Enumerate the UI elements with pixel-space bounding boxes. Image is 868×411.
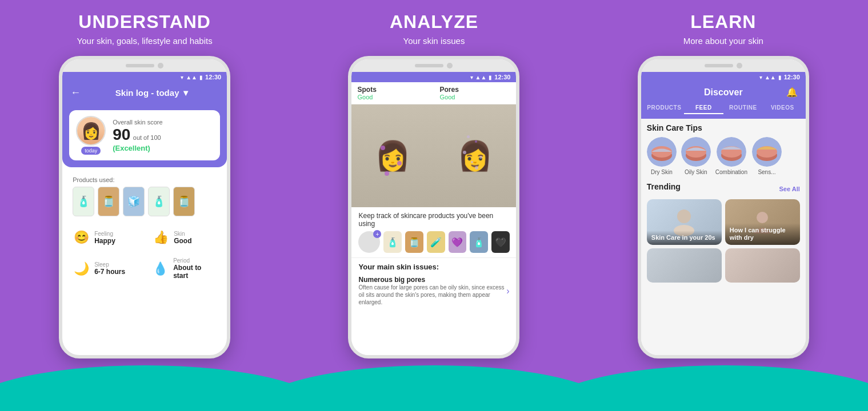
svg-point-1 (289, 365, 578, 411)
pores-label: Pores Good (434, 82, 516, 104)
sensitive-icon (752, 137, 782, 167)
bell-icon[interactable]: 🔔 (786, 87, 798, 98)
today-badge: today (81, 147, 101, 155)
learn-status-bar: ▾ ▲▲ ▮ 12:30 (641, 72, 806, 82)
tip-sensitive[interactable]: Sens... (752, 137, 782, 175)
dry-skin-icon (647, 137, 677, 167)
analyze-wifi-icon: ▾ (470, 74, 473, 80)
sleep-label: Sleep (94, 261, 125, 268)
track-product-5[interactable]: 🧴 (470, 231, 488, 253)
tip-combination[interactable]: Combination (715, 137, 747, 175)
teal-arch-understand (0, 365, 289, 411)
tab-routine[interactable]: ROUTINE (723, 102, 763, 114)
tip-oily-skin[interactable]: Oily Skin (681, 137, 711, 175)
analyze-title: ANALYZE (390, 11, 478, 33)
trending-card-1[interactable]: Skin Care in your 20s (647, 199, 722, 245)
product-3[interactable]: 🧊 (123, 187, 145, 216)
track-product-3[interactable]: 🧪 (427, 231, 445, 253)
score-text: Overall skin score 90 out of 100 (Excell… (113, 119, 213, 152)
learn-battery-icon: ▮ (778, 74, 782, 80)
svg-point-14 (677, 209, 691, 223)
oily-skin-icon (681, 137, 711, 167)
skin-care-tips-heading: Skin Care Tips (647, 123, 800, 132)
track-product-1[interactable]: 🧴 (383, 231, 402, 253)
signal-icon: ▲▲ (186, 74, 197, 80)
analyze-signal-icon: ▲▲ (475, 74, 487, 80)
understand-subtitle: Your skin, goals, lifestyle and habits (77, 36, 213, 46)
plus-icon: + (373, 230, 381, 238)
status-bar: ▾ ▲▲ ▮ 12:30 (62, 72, 227, 82)
product-1[interactable]: 🧴 (73, 187, 94, 216)
card-1-title: Skin Care in your 20s (651, 234, 717, 241)
products-section: Products used: 🧴 🫙 🧊 🧴 🫙 (67, 172, 222, 221)
header-title: Skin log - today ▼ (86, 88, 219, 98)
score-outof: out of 100 (133, 134, 161, 141)
learn-content-area: Skin Care Tips Dry Skin (641, 119, 806, 358)
analyze-phone: ▾ ▲▲ ▮ 12:30 Spots Good Pores Good 👩 (348, 56, 519, 358)
battery-icon: ▮ (199, 74, 203, 80)
issue-name: Numerous big pores (358, 276, 506, 284)
learn-subtitle: More about your skin (683, 36, 763, 46)
tab-videos[interactable]: VIDEOS (763, 102, 802, 114)
learn-time: 12:30 (784, 74, 800, 80)
trending-card-4[interactable] (725, 248, 800, 283)
track-products-row: + 🧴 🫙 🧪 💜 🧴 🖤 (358, 231, 509, 253)
add-product-button[interactable]: + (358, 231, 380, 253)
skin-log-card: 👩 today Overall skin score 90 out of 100… (62, 103, 227, 167)
product-4[interactable]: 🧴 (148, 187, 170, 216)
skin-tips-row: Dry Skin Oily Skin (647, 137, 800, 175)
issue-chevron-icon[interactable]: › (506, 286, 509, 296)
svg-point-17 (579, 365, 868, 411)
stat-sleep: 🌙 Sleep 6-7 hours (67, 253, 143, 284)
stat-feeling: 😊 Feeling Happy (67, 225, 143, 249)
trending-card-3[interactable] (647, 248, 722, 283)
face-spots: 👩 (351, 104, 434, 207)
product-5[interactable]: 🫙 (173, 187, 195, 216)
oily-skin-label: Oily Skin (685, 169, 707, 175)
track-product-2[interactable]: 🫙 (405, 231, 423, 253)
card-2-title: How I can struggle with dry (730, 227, 795, 241)
combination-icon (717, 137, 746, 167)
period-value: About to start (173, 264, 217, 280)
period-label: Period (173, 257, 217, 264)
dry-skin-label: Dry Skin (651, 169, 673, 175)
issue-desc: Often cause for large pores can be oily … (358, 284, 506, 306)
tab-feed[interactable]: FEED (684, 102, 723, 114)
track-product-4[interactable]: 💜 (449, 231, 467, 253)
learn-notch (641, 59, 806, 72)
trending-bottom-row (647, 248, 800, 283)
avatar: 👩 (76, 116, 106, 146)
feeling-label: Feeling (94, 231, 115, 237)
sensitive-label: Sens... (758, 169, 775, 175)
status-time: 12:30 (205, 74, 221, 80)
tab-products[interactable]: PRODUCTS (645, 102, 684, 114)
feeling-icon: 😊 (73, 230, 90, 245)
wifi-icon: ▾ (181, 74, 183, 80)
trending-header: Trending See All (647, 182, 800, 196)
analyze-notch (351, 59, 516, 72)
analyze-subtitle: Your skin issues (403, 36, 465, 46)
combination-label: Combination (715, 169, 747, 175)
skin-icon: 👍 (152, 230, 169, 245)
score-rating: (Excellent) (113, 144, 213, 152)
analyze-camera (447, 63, 453, 68)
tip-dry-skin[interactable]: Dry Skin (647, 137, 677, 175)
analyze-panel: ANALYZE Your skin issues ▾ ▲▲ ▮ 12:30 Sp… (289, 0, 578, 411)
sleep-icon: 🌙 (73, 261, 90, 276)
back-button[interactable]: ← (70, 87, 81, 99)
learn-speaker (705, 64, 733, 67)
stats-grid: 😊 Feeling Happy 👍 Skin Good 🌙 Sleep 6-7 … (67, 225, 222, 284)
issues-section: Your main skin issues: Numerous big pore… (351, 258, 516, 313)
stat-period: 💧 Period About to start (146, 253, 222, 284)
see-all-button[interactable]: See All (779, 186, 800, 192)
phone-speaker (126, 64, 154, 67)
period-icon: 💧 (152, 261, 169, 276)
track-product-6[interactable]: 🖤 (491, 231, 510, 253)
learn-wifi-icon: ▾ (759, 74, 762, 80)
card-2-overlay: How I can struggle with dry (725, 223, 800, 245)
trending-grid: Skin Care in your 20s How I can struggle… (647, 199, 800, 245)
trending-card-2[interactable]: How I can struggle with dry (725, 199, 800, 245)
face-analysis-row: 👩 👩 (351, 104, 516, 207)
feeling-value: Happy (94, 237, 115, 245)
product-2[interactable]: 🫙 (98, 187, 119, 216)
